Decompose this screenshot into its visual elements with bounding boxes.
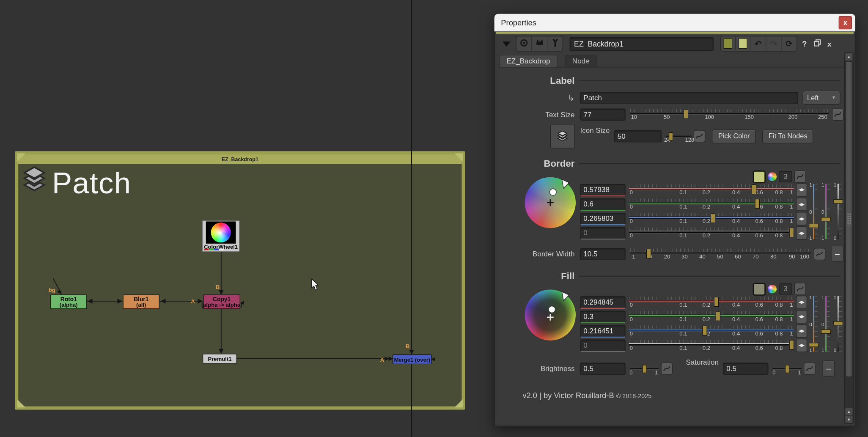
label-align-dropdown[interactable]: Left ▼ (803, 91, 841, 105)
border-blue-arrows-button[interactable]: ◀▶ (796, 212, 807, 225)
border-alpha-input[interactable] (580, 227, 625, 239)
fill-red-input[interactable] (580, 296, 625, 308)
fill-blue-slider[interactable]: 00.10.20.40.60.81 (629, 325, 794, 337)
fill-animation-button[interactable] (794, 283, 806, 295)
brightness-input[interactable] (580, 363, 625, 375)
border-intensity-slider[interactable]: 1 0 (832, 184, 843, 239)
fill-red-slider[interactable]: 00.10.20.40.60.81 (629, 296, 794, 308)
pick-color-button[interactable]: Pick Color (712, 129, 756, 143)
border-width-input[interactable] (580, 248, 625, 260)
text-size-slider[interactable]: 1050100150200250 (630, 108, 829, 121)
close-panel-button[interactable]: x (824, 40, 834, 48)
icon-picker-button[interactable] (550, 124, 575, 148)
border-width-animation-button[interactable] (814, 248, 825, 260)
node-merge1[interactable]: Merge1 (over) (393, 355, 432, 365)
saturation-handle[interactable] (785, 365, 789, 373)
fit-to-nodes-button[interactable]: Fit To Nodes (763, 129, 813, 143)
text-size-animation-button[interactable] (832, 108, 843, 121)
fill-channel-count-button[interactable]: 3 (779, 283, 792, 294)
border-alpha-slider[interactable]: 00.10.20.40.60.81 (629, 227, 794, 239)
icon-size-slider[interactable]: 24128 (666, 131, 692, 142)
node-roto1[interactable]: Roto1 (alpha) (50, 294, 87, 309)
fill-alpha-arrows-button[interactable]: ◀▶ (796, 339, 807, 352)
fill-blue-input[interactable] (580, 325, 625, 338)
border-green-slider[interactable]: 00.10.20.40.60.81 (629, 198, 794, 211)
fill-green-arrows-button[interactable]: ◀▶ (796, 310, 807, 323)
fill-green-handle[interactable] (715, 311, 720, 321)
saturation-slider[interactable]: 01 (773, 363, 802, 374)
revert-button[interactable]: ⟳ (782, 36, 797, 51)
center-node-button[interactable] (516, 36, 532, 51)
brightness-animation-button[interactable] (661, 363, 673, 375)
tab-ez-backdrop[interactable]: EZ_Backdrop (499, 55, 557, 67)
border-blue-handle[interactable] (711, 213, 716, 223)
border-magenta-handle[interactable] (821, 217, 831, 221)
border-red-handle[interactable] (752, 184, 757, 195)
undo-button[interactable]: ↶ (751, 36, 766, 51)
border-green-arrows-button[interactable]: ◀▶ (796, 198, 807, 211)
node-blur1[interactable]: Blur1 (all) (123, 294, 159, 309)
border-color-wheel[interactable] (525, 177, 576, 228)
panel-scrollbar[interactable]: ▲ ▲ ▼ (844, 52, 854, 424)
border-temp-handle[interactable] (809, 224, 819, 228)
icon-size-slider-handle[interactable] (669, 132, 673, 141)
saturation-input[interactable] (723, 363, 768, 375)
border-collapse-button[interactable]: – (831, 246, 843, 262)
icon-size-animation-button[interactable] (694, 130, 705, 143)
fill-alpha-input[interactable] (580, 339, 625, 352)
border-width-handle[interactable] (646, 248, 651, 258)
fill-swatch-button[interactable] (753, 283, 766, 295)
border-intensity-handle[interactable] (833, 199, 843, 203)
fill-intensity-slider[interactable]: 1 0 (832, 296, 843, 352)
panel-close-button[interactable]: x (839, 16, 852, 29)
saturation-animation-button[interactable] (804, 363, 816, 375)
border-channel-count-button[interactable]: 3 (779, 171, 792, 182)
fill-color-wheel[interactable] (525, 289, 576, 340)
fill-temp-handle[interactable] (809, 343, 819, 347)
panel-color-swatch-button[interactable] (736, 36, 750, 50)
border-width-slider[interactable]: 1102030405060708090100 (630, 248, 811, 260)
color-wheel-toggle-icon[interactable] (768, 285, 777, 294)
scroll-up-button-bottom[interactable]: ▲ (845, 408, 852, 415)
tab-node[interactable]: Node (565, 55, 597, 67)
border-green-input[interactable] (580, 198, 625, 211)
fill-alpha-handle[interactable] (789, 340, 794, 350)
brightness-handle[interactable] (642, 365, 646, 373)
border-magenta-slider[interactable]: 1 0 -1 (820, 184, 830, 239)
border-swatch-button[interactable] (753, 170, 766, 183)
scroll-down-button[interactable]: ▼ (845, 416, 852, 423)
fill-red-handle[interactable] (714, 297, 719, 307)
node-graph-button[interactable] (532, 36, 548, 51)
border-blue-input[interactable] (580, 212, 625, 225)
float-panel-button[interactable] (812, 39, 822, 48)
fill-green-input[interactable] (580, 311, 625, 323)
border-red-input[interactable] (580, 184, 625, 196)
node-copy1[interactable]: Copy1 (alpha -> alpha) (203, 294, 240, 309)
border-alpha-handle[interactable] (789, 228, 794, 238)
border-blue-slider[interactable]: 00.10.20.40.60.81 (629, 213, 794, 225)
icon-size-input[interactable] (614, 130, 662, 143)
text-size-slider-handle[interactable] (683, 109, 688, 119)
fill-green-slider[interactable]: 00.10.20.40.60.81 (629, 311, 794, 323)
help-button[interactable]: ? (799, 39, 810, 48)
fill-intensity-handle[interactable] (833, 321, 843, 325)
border-green-handle[interactable] (755, 199, 760, 209)
fill-magenta-slider[interactable]: 1 0 -1 (820, 296, 830, 352)
border-temp-slider[interactable]: 1 0 -1 (808, 184, 819, 239)
adjust-collapse-button[interactable]: – (822, 360, 835, 377)
node-colorwheel1[interactable]: ColorWheel1 (202, 220, 240, 252)
fill-temp-slider[interactable]: 1 0 -1 (808, 296, 819, 352)
panel-titlebar[interactable]: Properties x (494, 14, 855, 32)
border-animation-button[interactable] (794, 170, 806, 183)
fill-alpha-slider[interactable]: 00.10.20.40.60.81 (629, 339, 794, 352)
border-alpha-arrows-button[interactable]: ◀▶ (796, 226, 807, 239)
scroll-up-button[interactable]: ▲ (845, 53, 852, 60)
node-premult1[interactable]: Premult1 (203, 354, 237, 364)
scrollbar-thumb[interactable] (845, 61, 852, 377)
node-color-swatch-button[interactable] (721, 36, 736, 50)
border-red-slider[interactable]: 00.10.20.40.60.81 (629, 184, 794, 196)
label-text-input[interactable] (580, 92, 798, 104)
redo-button[interactable]: ↷ (766, 36, 782, 51)
fill-magenta-handle[interactable] (821, 330, 831, 334)
color-wheel-toggle-icon[interactable] (768, 172, 777, 181)
